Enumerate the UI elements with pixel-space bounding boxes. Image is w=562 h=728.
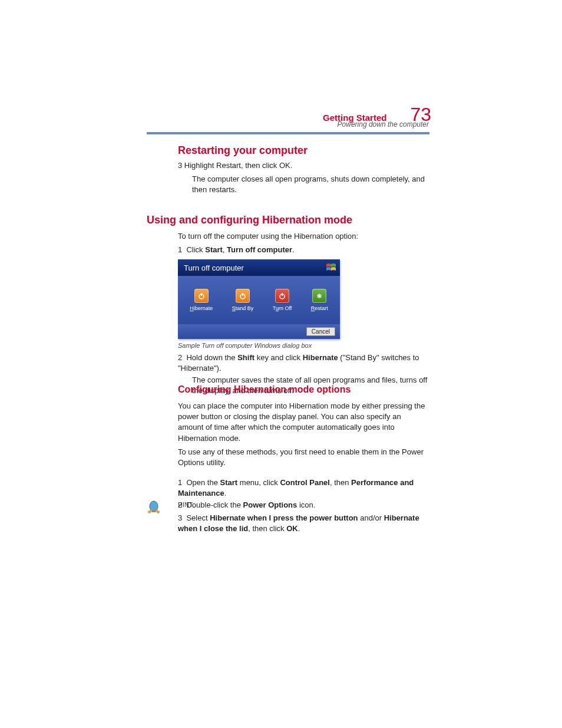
power-icon <box>236 289 250 303</box>
hibernate-label: ibernate <box>194 305 213 311</box>
cancel-button[interactable]: Cancel <box>306 327 335 336</box>
heading-config: Configuring Hibernation mode options <box>178 384 351 395</box>
turn-off-dialog: Turn off computer Hibernate Stand By <box>178 259 340 339</box>
header-divider <box>147 132 429 134</box>
dialog-title-text: Turn off computer <box>184 263 244 272</box>
turnoff-option[interactable]: Turn Off <box>273 289 292 311</box>
restart-label: estart <box>315 305 328 311</box>
power-icon <box>194 289 209 303</box>
power-icon <box>275 289 289 303</box>
text-hint-step1: 1 Open the Start menu, click Control Pan… <box>178 477 425 499</box>
windows-flag-icon <box>326 263 336 272</box>
restart-option[interactable]: Restart <box>311 289 328 311</box>
dialog-caption: Sample Turn off computer Windows dialog … <box>178 342 312 349</box>
turnoff-label: rn Off <box>279 305 292 311</box>
section-subtitle: Powering down the computer <box>338 120 429 129</box>
heading-restarting: Restarting your computer <box>178 144 308 157</box>
restart-icon <box>312 289 326 303</box>
text-config-p2: To use any of these methods, you first n… <box>178 447 425 468</box>
text-config-p1: You can place the computer into Hibernat… <box>178 401 425 444</box>
standby-label: tand By <box>236 305 254 311</box>
text-restart-step: 3 Highlight Restart, then click OK. <box>178 160 425 171</box>
dialog-titlebar: Turn off computer <box>178 259 340 276</box>
text-hint-step3: 3 Select Hibernate when I press the powe… <box>178 513 425 534</box>
text-hib-intro: To turn off the computer using the Hiber… <box>178 231 425 242</box>
text-hib-step2: 2 Hold down the Shift key and click Hibe… <box>178 353 425 374</box>
standby-option[interactable]: Stand By <box>232 289 254 311</box>
hibernate-option[interactable]: Hibernate <box>190 289 213 311</box>
text-hib-step1a: 1 Click Start, Turn off computer. <box>178 245 425 255</box>
hint-icon <box>146 500 161 515</box>
text-restart-desc: The computer closes all open programs, s… <box>192 174 428 195</box>
heading-hibernation: Using and configuring Hibernation mode <box>147 214 352 226</box>
text-hint-step2: 2 Double-click the Power Options icon. <box>178 500 425 510</box>
